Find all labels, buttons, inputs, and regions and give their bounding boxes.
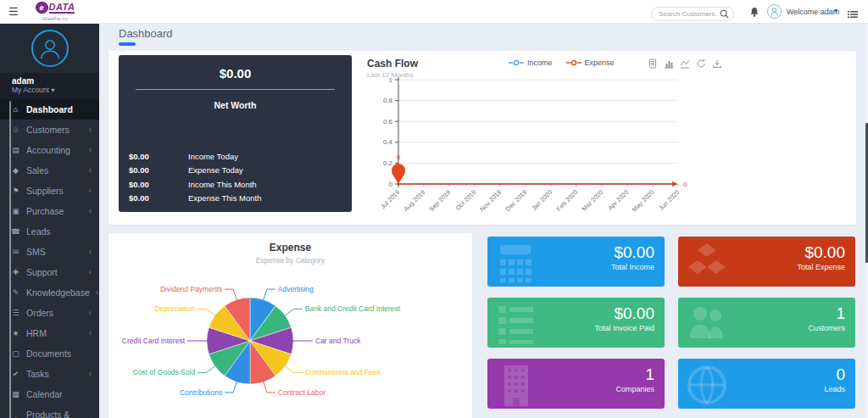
products-icon: ◈	[11, 415, 20, 418]
svg-text:Commissions and Fees: Commissions and Fees	[305, 368, 381, 376]
summary-card-customers[interactable]: 1Customers	[678, 298, 855, 348]
download-icon[interactable]	[712, 59, 722, 69]
sidebar-scrollbar[interactable]	[9, 101, 11, 418]
sidebar-menu: ⌂Dashboard☺Customers‹▤Accounting‹◆Sales‹…	[0, 99, 99, 418]
svg-text:0.2: 0.2	[383, 159, 393, 167]
sidebar-item-knowledgebase[interactable]: ✎Knowledgebase‹	[0, 282, 99, 303]
svg-text:0: 0	[397, 153, 401, 161]
sidebar-item-tasks[interactable]: ✔Tasks‹	[0, 364, 99, 384]
sidebar-item-label: Accounting	[26, 145, 70, 155]
sidebar-item-purchase[interactable]: ▣Purchase‹	[0, 201, 99, 221]
summary-card-total-expense[interactable]: $0.00Total Expense	[678, 237, 855, 287]
net-worth-row-label: Expense Today	[188, 164, 243, 177]
sidebar-item-dashboard[interactable]: ⌂Dashboard	[0, 99, 99, 120]
data-view-icon[interactable]	[648, 59, 658, 69]
sidebar-item-orders[interactable]: ☰Orders‹	[0, 303, 99, 323]
svg-text:Cost of Goods Sold: Cost of Goods Sold	[133, 368, 196, 376]
account-user-name: adam	[12, 76, 87, 86]
sidebar-item-products-services[interactable]: ◈Products & Services‹	[0, 404, 99, 418]
card-label: Leads	[678, 385, 845, 393]
chevron-left-icon: ‹	[89, 329, 92, 337]
sidebar-item-support[interactable]: ✚Support‹	[0, 262, 99, 282]
card-label: Total Expense	[678, 263, 845, 271]
svg-text:Sep 2019: Sep 2019	[427, 188, 452, 213]
page-title: Dashboard	[119, 27, 173, 40]
sales-icon: ◆	[11, 165, 20, 176]
sidebar-toggle-icon[interactable]: ☰	[8, 4, 19, 20]
search-icon[interactable]	[720, 7, 729, 22]
profile-avatar[interactable]	[31, 30, 69, 67]
support-icon: ✚	[11, 267, 20, 277]
cash-flow-title: Cash Flow	[367, 58, 418, 70]
svg-text:0: 0	[389, 181, 393, 188]
cash-flow-legend: IncomeExpense	[509, 59, 615, 67]
net-worth-card: $0.00 Net Worth $0.00Income Today$0.00Ex…	[119, 55, 352, 212]
expense-subtitle: Expense by Category	[108, 256, 472, 265]
svg-text:Credit Card Interest: Credit Card Interest	[122, 337, 186, 345]
sidebar-item-leads[interactable]: ☎Leads	[0, 221, 99, 242]
legend-label: Income	[527, 59, 553, 67]
summary-card-companies[interactable]: 1Companies	[487, 359, 665, 409]
legend-swatch-icon	[566, 59, 581, 66]
expense-title: Expense	[108, 242, 472, 254]
svg-text:1: 1	[389, 76, 393, 84]
knowledgebase-icon: ✎	[11, 287, 20, 298]
sidebar-item-sms[interactable]: ✉SMS‹	[0, 242, 99, 262]
legend-item-expense[interactable]: Expense	[566, 59, 615, 67]
svg-text:0: 0	[683, 181, 687, 188]
user-avatar[interactable]	[767, 4, 782, 19]
sidebar-avatar-block	[0, 24, 99, 73]
svg-text:May 2020: May 2020	[631, 188, 656, 214]
chevron-left-icon: ‹	[89, 166, 92, 175]
net-worth-divider	[136, 89, 335, 90]
sidebar-item-label: Sales	[26, 165, 48, 176]
purchase-icon: ▣	[11, 206, 20, 216]
line-chart-icon[interactable]	[680, 59, 690, 69]
sidebar-item-accounting[interactable]: ▤Accounting‹	[0, 140, 99, 160]
sidebar-item-label: Purchase	[26, 206, 64, 216]
logo-text: DATA	[49, 3, 75, 14]
sidebar-item-hrm[interactable]: ★HRM‹	[0, 323, 99, 343]
summary-card-total-invoice-paid[interactable]: $0.00Total Invoice Paid	[487, 298, 665, 348]
net-worth-row-label: Expense This Month	[188, 192, 261, 205]
summary-card-leads[interactable]: 0Leads	[678, 359, 855, 409]
svg-text:Jul 2019: Jul 2019	[379, 188, 401, 210]
logo-badge: e	[36, 2, 48, 14]
net-worth-row: $0.00Expense Today	[129, 164, 342, 177]
sidebar-item-calendar[interactable]: ▦Calendar	[0, 384, 99, 404]
svg-text:0.6: 0.6	[383, 118, 393, 125]
chevron-left-icon: ‹	[89, 146, 92, 154]
sidebar-item-sales[interactable]: ◆Sales‹	[0, 160, 99, 181]
chevron-left-icon: ‹	[89, 187, 92, 195]
legend-label: Expense	[585, 59, 615, 67]
sidebar-item-label: Knowledgebase	[26, 287, 90, 298]
restore-icon[interactable]	[696, 59, 706, 69]
chevron-left-icon: ‹	[89, 309, 92, 317]
bar-chart-icon[interactable]	[664, 59, 674, 69]
svg-text:Oct 2019: Oct 2019	[454, 188, 478, 212]
leads-icon: ☎	[11, 226, 20, 237]
sidebar-item-label: Customers	[26, 125, 70, 135]
app-logo[interactable]: eDATA eDataPay Inc	[25, 2, 85, 24]
net-worth-row-value: $0.00	[129, 178, 188, 192]
overview-panel: $0.00 Net Worth $0.00Income Today$0.00Ex…	[108, 51, 856, 225]
chevron-down-icon[interactable]: ▾	[834, 7, 837, 14]
list-toggle-icon[interactable]	[848, 7, 858, 22]
sidebar-item-label: Documents	[26, 348, 71, 359]
sidebar-item-customers[interactable]: ☺Customers‹	[0, 120, 99, 140]
my-account-dropdown[interactable]: My Account ▾	[12, 86, 87, 95]
sms-icon: ✉	[11, 247, 20, 257]
sidebar-item-label: Dashboard	[26, 104, 73, 114]
welcome-label[interactable]: Welcome adam	[787, 8, 839, 16]
summary-card-total-income[interactable]: $0.00Total Income	[487, 237, 665, 287]
legend-item-income[interactable]: Income	[509, 59, 553, 67]
sidebar-item-label: Leads	[26, 226, 51, 237]
svg-text:Bank and Credit Card Interest: Bank and Credit Card Interest	[305, 304, 401, 313]
notifications-bell-icon[interactable]	[749, 6, 760, 21]
logo-subtext: eDataPay Inc	[25, 14, 85, 24]
net-worth-row-value: $0.00	[129, 164, 188, 177]
sidebar-item-documents[interactable]: ▢Documents	[0, 343, 99, 364]
svg-text:Jun 2020: Jun 2020	[657, 188, 681, 212]
svg-text:0.4: 0.4	[383, 138, 393, 146]
sidebar-item-suppliers[interactable]: ⚑Suppliers‹	[0, 181, 99, 201]
